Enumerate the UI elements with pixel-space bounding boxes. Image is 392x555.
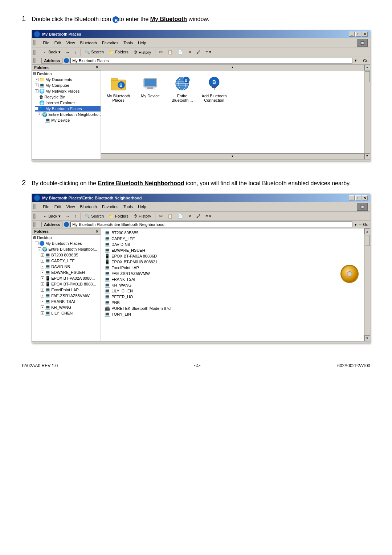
folder-bt-neighborhood-2[interactable]: - 🌍 Entire Bluetooth Neighbor... (38, 246, 101, 252)
menu-favorites-2[interactable]: Favorites (100, 204, 121, 210)
forward-button-1[interactable]: → (64, 49, 72, 56)
folders-button-2[interactable]: 📁 Folders (107, 213, 130, 220)
expand-bt200-2[interactable]: + (41, 253, 44, 257)
menu-file-1[interactable]: File (41, 40, 52, 46)
scroll-thumb-2[interactable] (365, 235, 370, 246)
minimize-button-2[interactable]: _ (349, 195, 355, 200)
folder-edware-2[interactable]: + 💻 EDWARE_HSUEH (41, 270, 101, 275)
views-button-1[interactable]: ≡ ▾ (204, 49, 213, 56)
folder-excelpnt-2[interactable]: + 💻 ExcelPoint LAP (41, 287, 101, 293)
history-button-2[interactable]: ⏱ History (132, 213, 153, 219)
folder-bt200-2[interactable]: + 💻 BT200 80B8B5 (41, 252, 101, 258)
cut-button-1[interactable]: ✂ (158, 49, 164, 56)
back-button-2[interactable]: ← Back ▾ (41, 213, 62, 220)
scroll-down-arrow-2[interactable]: ▼ (364, 335, 370, 341)
scroll-up-arrow-1[interactable]: ▲ (364, 65, 370, 70)
forward-button-2[interactable]: → (64, 213, 72, 219)
folder-david-2[interactable]: + 💻 DAVID-NB (41, 264, 101, 270)
title-bar-controls-1[interactable]: _ □ ✕ (349, 32, 368, 37)
device-row-edware[interactable]: 💻 EDWARE_HSUEH (104, 247, 332, 253)
menu-edit-1[interactable]: Edit (52, 40, 64, 46)
expand-bt-neighborhood-1[interactable]: + (38, 113, 41, 116)
expand-bt-neighborhood-2[interactable]: - (38, 247, 41, 251)
folder-desktop-1[interactable]: 🖥 Desktop (32, 71, 101, 77)
expand-mydocs-1[interactable]: + (35, 78, 38, 81)
device-row-david[interactable]: 💻 DAVID-NB (104, 242, 332, 247)
menu-favorites-1[interactable]: Favorites (100, 40, 121, 46)
device-row-carey[interactable]: 💻 CAREY_LEE (104, 236, 332, 242)
go-button-2[interactable]: → Go (358, 222, 368, 227)
device-row-epox-pa[interactable]: 📱 EPOX BT-PA02A 80886D (104, 253, 332, 259)
expand-epox-pm-2[interactable]: + (41, 282, 44, 286)
menu-tools-2[interactable]: Tools (121, 204, 135, 210)
restore-button-1[interactable]: □ (355, 32, 361, 37)
folder-kh-2[interactable]: + 💻 KH_WANG (41, 304, 101, 310)
folder-carey-2[interactable]: + 💻 CAREY_LEE (41, 258, 101, 264)
address-dropdown-2[interactable]: ▾ (355, 222, 357, 227)
expand-mycomputer-1[interactable]: + (35, 84, 38, 87)
close-button-2[interactable]: ✕ (362, 195, 368, 200)
title-bar-controls-2[interactable]: _ □ ✕ (349, 195, 368, 200)
scroll-down-1[interactable]: ▼ (101, 153, 364, 159)
menu-view-2[interactable]: View (64, 204, 77, 210)
expand-lily-2[interactable]: + (41, 311, 44, 315)
folder-lily-2[interactable]: + 💻 LILY_CHEN (41, 310, 101, 316)
copy-button-1[interactable]: 📋 (166, 49, 175, 56)
folder-fae-2[interactable]: + 💻 FAE-ZSR1AZ55VMW (41, 293, 101, 299)
paste-button-1[interactable]: 📄 (176, 49, 185, 56)
delete-button-1[interactable]: ✕ (186, 49, 193, 56)
expand-carey-2[interactable]: + (41, 259, 44, 263)
menu-bluetooth-1[interactable]: Bluetooth (78, 40, 99, 46)
device-row-fae[interactable]: 💻 FAE-ZSR1AZ55VMW (104, 271, 332, 276)
folder-bt-neighborhood-1[interactable]: + 🌍 Entire Bluetooth Neighborho... (38, 112, 101, 117)
folders-close-button-1[interactable]: ✕ (95, 65, 98, 69)
expand-excelpnt-2[interactable]: + (41, 288, 44, 292)
restore-button-2[interactable]: □ (355, 195, 361, 200)
up-button-1[interactable]: ↑ (73, 49, 79, 56)
cut-button-2[interactable]: ✂ (158, 213, 164, 220)
scroll-down-arrow-1[interactable]: ▼ (364, 153, 370, 159)
scroll-up-1[interactable]: ▲ (101, 65, 364, 70)
icon-mydevice-1[interactable]: My Device (136, 73, 165, 104)
folder-btplaces-2[interactable]: - 🔵 My Bluetooth Places (35, 240, 101, 246)
device-row-tony[interactable]: 💻 TONY_LIN (104, 311, 332, 317)
copy-button-2[interactable]: 📋 (166, 213, 175, 220)
device-row-peter[interactable]: 💻 PETER_HO (104, 294, 332, 300)
expand-frank-2[interactable]: + (41, 300, 44, 303)
menu-view-1[interactable]: View (64, 40, 77, 46)
search-button-2[interactable]: 🔍 Search (83, 213, 106, 220)
folders-button-1[interactable]: 📁 Folders (107, 49, 130, 56)
folder-networkplaces-1[interactable]: + 🌐 My Network Places (35, 88, 101, 94)
folder-epox-pm-2[interactable]: + 📱 EPOX BT-PM01B 8088... (41, 281, 101, 287)
expand-kh-2[interactable]: + (41, 305, 44, 309)
go-button-1[interactable]: → Go (358, 58, 368, 63)
expand-epox-pa-2[interactable]: + (41, 276, 44, 280)
folders-close-button-2[interactable]: ✕ (95, 230, 98, 234)
device-row-frank[interactable]: 💻 FRANK-TSAI (104, 276, 332, 282)
icon-add-bt-1[interactable]: B Add Bluetooth Connection (200, 73, 229, 104)
device-row-pnb[interactable]: 💻 PNB (104, 300, 332, 305)
folder-ie-1[interactable]: 🌐 Internet Explorer (35, 100, 101, 106)
device-row-kh[interactable]: 💻 KH_WANG (104, 282, 332, 288)
device-row-bt200[interactable]: 💻 BT200 80B8B5 (104, 230, 332, 236)
expand-btplaces-1[interactable]: - (35, 107, 38, 110)
views-button-2[interactable]: ≡ ▾ (204, 213, 213, 220)
menu-edit-2[interactable]: Edit (52, 204, 64, 210)
folder-frank-2[interactable]: + 💻 FRANK-TSAI (41, 299, 101, 304)
address-dropdown-1[interactable]: ▾ (355, 58, 357, 63)
icon-bt-places-1[interactable]: B My Bluetooth Places (104, 73, 133, 104)
folder-mycomputer-1[interactable]: + 💻 My Computer (35, 82, 101, 88)
up-button-2[interactable]: ↑ (73, 213, 79, 219)
folder-mydocs-1[interactable]: + 📁 My Documents (35, 77, 101, 82)
expand-btplaces-2[interactable]: - (35, 242, 38, 245)
address-input-1[interactable] (70, 58, 352, 64)
folder-recyclebin-1[interactable]: 🗑 Recycle Bin (35, 94, 101, 100)
scroll-thumb-1[interactable] (365, 71, 370, 82)
expand-edware-2[interactable]: + (41, 271, 44, 274)
folder-mydevice-1[interactable]: 💻 My Device (41, 117, 101, 123)
expand-david-2[interactable]: + (41, 265, 44, 268)
properties-button-1[interactable]: 🖊 (195, 49, 202, 56)
minimize-button-1[interactable]: _ (349, 32, 355, 37)
close-button-1[interactable]: ✕ (362, 32, 368, 37)
paste-button-2[interactable]: 📄 (176, 213, 185, 220)
